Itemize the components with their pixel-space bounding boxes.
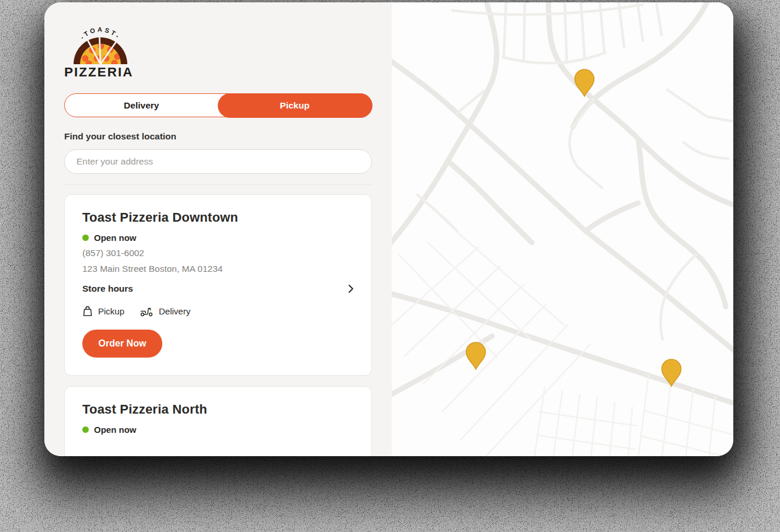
pizza-icon (74, 37, 127, 67)
location-finder-window: -TOAST- PIZZERIA (44, 2, 733, 456)
toggle-delivery[interactable]: Delivery (65, 94, 218, 117)
address-input[interactable] (64, 149, 372, 174)
chevron-right-icon (348, 284, 354, 293)
open-status: Open now (82, 425, 354, 435)
map[interactable] (392, 2, 733, 456)
location-card-north: Toast Pizzeria North Open now (64, 386, 372, 456)
service-delivery: Delivery (140, 306, 190, 317)
service-pickup: Pickup (82, 306, 124, 317)
map-pin[interactable] (466, 342, 486, 369)
open-status-label: Open now (94, 233, 137, 243)
delivery-scooter-icon (140, 306, 154, 317)
toast-pizzeria-logo: -TOAST- PIZZERIA (64, 20, 137, 78)
locations-panel: -TOAST- PIZZERIA (44, 2, 392, 456)
toggle-pickup[interactable]: Pickup (218, 94, 372, 117)
location-card-downtown: Toast Pizzeria Downtown Open now (857) 3… (64, 194, 372, 376)
store-hours-label: Store hours (82, 284, 133, 294)
service-pickup-label: Pickup (98, 306, 124, 316)
service-delivery-label: Delivery (159, 306, 190, 316)
map-pin[interactable] (575, 69, 594, 96)
location-name: Toast Pizzeria Downtown (82, 210, 354, 225)
location-address: 123 Main Street Boston, MA 01234 (82, 264, 354, 274)
open-status-label: Open now (94, 425, 137, 435)
logo-wordmark: PIZZERIA (64, 65, 134, 78)
fulfillment-toggle: Delivery Pickup (64, 93, 372, 117)
location-phone: (857) 301-6002 (82, 248, 354, 258)
panel-divider (64, 184, 372, 185)
open-status: Open now (82, 233, 354, 243)
open-status-dot (82, 235, 89, 241)
map-roads (392, 2, 733, 456)
open-status-dot (82, 426, 89, 433)
shopping-bag-icon (82, 306, 93, 317)
find-location-heading: Find your closest location (64, 131, 372, 142)
services-row: Pickup Delivery (82, 306, 354, 317)
location-name: Toast Pizzeria North (82, 402, 354, 417)
order-now-button[interactable]: Order Now (82, 330, 162, 358)
store-hours-row[interactable]: Store hours (82, 284, 354, 294)
